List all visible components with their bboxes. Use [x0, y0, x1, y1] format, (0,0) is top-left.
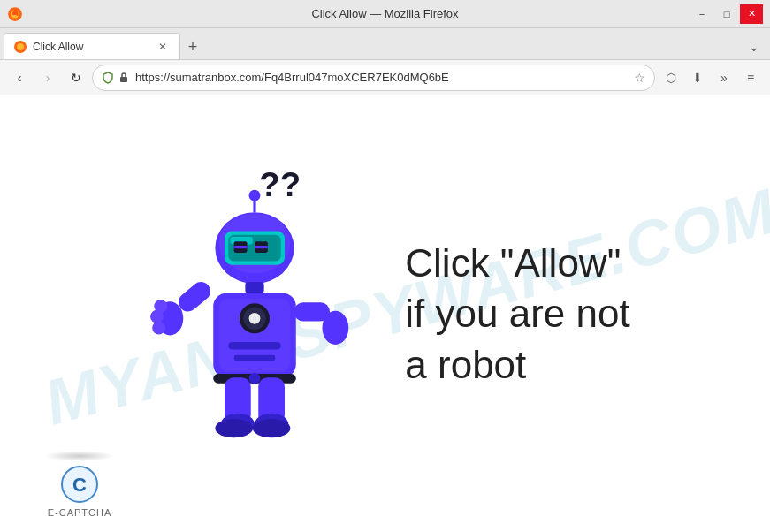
- reload-button[interactable]: ↻: [64, 65, 88, 90]
- svg-text:??: ??: [260, 165, 301, 203]
- robot-shadow: [44, 451, 115, 461]
- address-bar[interactable]: https://sumatranbox.com/Fq4Brrul047moXCE…: [92, 65, 655, 91]
- bookmark-star-icon[interactable]: ☆: [634, 71, 645, 85]
- maximize-button[interactable]: □: [715, 4, 738, 24]
- title-bar: Click Allow — Mozilla Firefox − □ ✕: [0, 0, 770, 28]
- svg-rect-32: [294, 302, 330, 321]
- ecaptcha-area: C E-CAPTCHA: [44, 458, 115, 518]
- svg-rect-24: [234, 355, 276, 361]
- tab-label: Click Allow: [33, 41, 149, 53]
- svg-rect-4: [120, 77, 127, 82]
- forward-button: ›: [35, 65, 60, 90]
- svg-rect-23: [229, 342, 282, 350]
- firefox-logo-icon: [7, 6, 23, 22]
- tab-favicon-icon: [13, 40, 27, 54]
- menu-button[interactable]: ≡: [738, 65, 763, 90]
- svg-text:C: C: [72, 474, 87, 496]
- svg-point-16: [249, 190, 261, 201]
- tab-close-button[interactable]: ✕: [155, 39, 171, 55]
- svg-rect-17: [246, 282, 264, 293]
- shield-icon: [102, 72, 114, 84]
- ecaptcha-logo-icon: C: [60, 465, 99, 504]
- title-bar-left: [7, 6, 23, 22]
- download-button[interactable]: ⬇: [685, 65, 710, 90]
- svg-point-31: [153, 322, 166, 335]
- active-tab[interactable]: Click Allow ✕: [4, 33, 180, 59]
- svg-point-33: [323, 311, 349, 345]
- svg-point-22: [249, 313, 261, 324]
- tab-list-button[interactable]: ⌄: [742, 34, 766, 59]
- svg-point-38: [216, 419, 254, 437]
- captcha-text-line2: if you are not: [405, 288, 629, 338]
- minimize-button[interactable]: −: [690, 4, 713, 24]
- more-tools-button[interactable]: »: [712, 65, 736, 90]
- captcha-text-line3: a robot: [405, 339, 629, 390]
- back-button[interactable]: ‹: [7, 65, 32, 90]
- svg-point-39: [253, 419, 291, 437]
- lock-icon: [118, 72, 130, 84]
- captcha-text-line1: Click "Allow": [405, 238, 629, 288]
- captcha-text: Click "Allow" if you are not a robot: [405, 238, 629, 390]
- page-content: MYANTISPYWARE.COM ??: [0, 95, 770, 532]
- svg-point-30: [150, 310, 164, 323]
- tab-bar: Click Allow ✕ + ⌄: [0, 28, 770, 60]
- new-tab-button[interactable]: +: [180, 34, 205, 59]
- robot-illustration: ??: [140, 163, 370, 464]
- robot-svg: ??: [140, 163, 370, 464]
- address-bar-security-icons: [102, 72, 130, 84]
- main-content: ??: [122, 146, 647, 482]
- window-title: Click Allow — Mozilla Firefox: [311, 7, 458, 20]
- ecaptcha-label-text: E-CAPTCHA: [48, 507, 112, 518]
- nav-bar: ‹ › ↻ https://sumatranbox.com/Fq4Brrul04…: [0, 60, 770, 95]
- svg-point-26: [249, 373, 261, 384]
- pocket-button[interactable]: ⬡: [659, 65, 683, 90]
- nav-right-icons: ⬡ ⬇ » ≡: [659, 65, 763, 90]
- url-text: https://sumatranbox.com/Fq4Brrul047moXCE…: [135, 71, 629, 84]
- close-button[interactable]: ✕: [740, 4, 763, 24]
- svg-point-3: [17, 43, 24, 50]
- window-controls: − □ ✕: [690, 4, 763, 24]
